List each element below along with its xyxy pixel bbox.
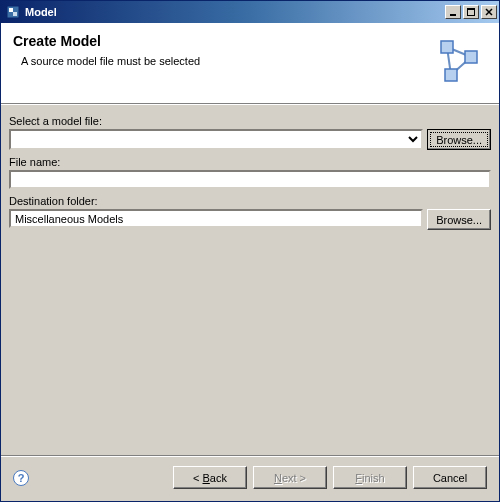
destination-label: Destination folder: (9, 195, 491, 207)
next-button: Next > (253, 466, 327, 489)
back-button[interactable]: < Back (173, 466, 247, 489)
dialog-window: Model Create Model A source model file m… (0, 0, 500, 502)
maximize-button[interactable] (463, 5, 479, 19)
window-title: Model (25, 6, 445, 18)
svg-rect-11 (441, 41, 453, 53)
file-name-label: File name: (9, 156, 491, 168)
close-button[interactable] (481, 5, 497, 19)
browse-model-button[interactable]: Browse... (427, 129, 491, 150)
svg-rect-1 (9, 8, 13, 12)
svg-rect-13 (445, 69, 457, 81)
select-model-row: Browse... (9, 129, 491, 150)
cancel-button[interactable]: Cancel (413, 466, 487, 489)
svg-rect-2 (13, 12, 17, 16)
window-controls (445, 5, 497, 19)
app-icon (5, 4, 21, 20)
svg-rect-5 (467, 8, 475, 10)
header-panel: Create Model A source model file must be… (1, 23, 499, 103)
model-wizard-icon (431, 33, 487, 89)
finish-button: Finish (333, 466, 407, 489)
titlebar: Model (1, 1, 499, 23)
minimize-button[interactable] (445, 5, 461, 19)
destination-row: Browse... (9, 209, 491, 230)
svg-rect-3 (450, 14, 456, 16)
page-title: Create Model (13, 33, 431, 49)
model-file-combo[interactable] (9, 129, 423, 150)
page-subtitle: A source model file must be selected (21, 55, 431, 67)
destination-input[interactable] (9, 209, 423, 228)
browse-destination-button[interactable]: Browse... (427, 209, 491, 230)
svg-rect-12 (465, 51, 477, 63)
file-name-input[interactable] (9, 170, 491, 189)
model-file-combo-wrap (9, 129, 423, 150)
file-name-row (9, 170, 491, 189)
form-area: Select a model file: Browse... File name… (1, 105, 499, 455)
help-icon[interactable]: ? (13, 470, 29, 486)
footer: ? < Back Next > Finish Cancel (1, 455, 499, 501)
select-model-label: Select a model file: (9, 115, 491, 127)
header-text: Create Model A source model file must be… (13, 33, 431, 67)
